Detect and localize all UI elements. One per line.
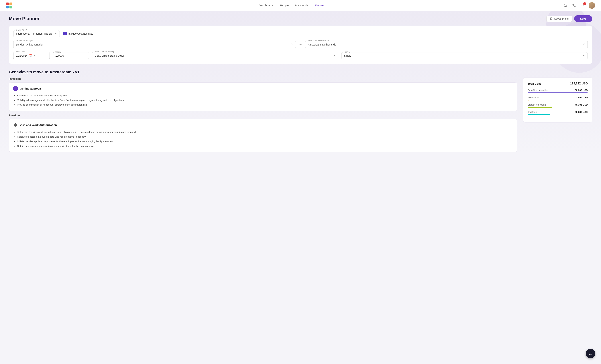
destination-field[interactable]: Search for a Destination * Amsterdam, Ne… (305, 41, 588, 48)
tax-bar (528, 114, 550, 115)
include-cost-row[interactable]: ✓ Include Cost Estimate (63, 32, 93, 35)
clear-date-button[interactable]: ✕ (33, 54, 36, 57)
visa-bullet-1: Determine the visa/work permit type to b… (17, 130, 513, 135)
cost-row-base: BaseCompensation 100,000 USD (528, 89, 588, 93)
cost-title: Total Cost (528, 82, 541, 85)
step-title-visa: Visa and Work Authorization (20, 123, 57, 127)
salary-label: Salary (55, 51, 62, 53)
step-card-getting-approval: Getting approval Request a cost estimate… (9, 82, 517, 111)
bullet-1: Request a cost estimate from the mobilit… (17, 93, 513, 98)
step-header-visa: Visa and Work Authorization (13, 123, 513, 127)
currency-field[interactable]: Search for a Currency USD, United States… (92, 52, 338, 59)
plan-body: Immediate Getting approval Request a cos… (9, 77, 592, 155)
allowances-value: 2,656 USD (576, 96, 588, 99)
destination-value: Amsterdam, Netherlands (308, 43, 336, 46)
base-label: BaseCompensation (528, 89, 548, 91)
currency-value: USD, United States Dollar (95, 54, 124, 57)
page-content: Move Planner Saved Plans Save Case Type … (0, 11, 601, 164)
origin-value: London, United Kingdom (16, 43, 44, 46)
svg-rect-2 (6, 6, 9, 8)
tax-value: 36,280 USD (575, 111, 588, 113)
step-header-getting-approval: Getting approval (13, 86, 513, 91)
svg-rect-0 (6, 2, 9, 5)
form-card: Case Type * International Permanent Tran… (9, 26, 592, 64)
origin-label: Search for a Origin * (15, 39, 35, 41)
cost-row-relocation: StartofRelocation 40,386 USD (528, 103, 588, 108)
saved-plans-label: Saved Plans (554, 17, 569, 20)
clear-origin-button[interactable]: ✕ (291, 43, 293, 46)
header-actions: Saved Plans Save (546, 15, 592, 22)
currency-label: Search for a Currency (94, 50, 115, 53)
allowances-label: Allowances (528, 96, 540, 99)
salary-value: 100000 (55, 54, 86, 57)
base-value: 100,000 USD (573, 89, 588, 91)
include-cost-label: Include Cost Estimate (69, 32, 93, 35)
calendar-icon: 📅 (29, 54, 32, 57)
cost-total: 179,322 USD (570, 82, 588, 85)
getting-approval-bullets: Request a cost estimate from the mobilit… (13, 93, 513, 107)
allowances-bar (528, 100, 530, 100)
navigation: Dashboards People My Workia Planner 2 (0, 0, 601, 11)
plan-left: Immediate Getting approval Request a cos… (9, 77, 517, 155)
step-card-visa: Visa and Work Authorization Determine th… (9, 119, 517, 152)
start-date-field[interactable]: Start Date 2/22/2024 📅 ✕ (13, 52, 50, 59)
visa-bullets: Determine the visa/work permit type to b… (13, 130, 513, 148)
bullet-2: Mobility will arrange a call with the 'f… (17, 98, 513, 103)
visa-icon (13, 123, 18, 127)
chat-icon (588, 351, 592, 355)
saved-plans-button[interactable]: Saved Plans (546, 16, 572, 22)
include-cost-checkbox[interactable]: ✓ (63, 32, 67, 35)
cost-row-tax: TaxCosts 36,280 USD (528, 111, 588, 115)
cost-header: Total Cost 179,322 USD (528, 82, 588, 85)
salary-field[interactable]: Salary 100000 (53, 52, 89, 59)
notification-count: 2 (583, 2, 586, 5)
save-button[interactable]: Save (574, 15, 592, 22)
chevron-down-icon: ▼ (55, 32, 57, 35)
cost-card: Total Cost 179,322 USD BaseCompensation … (523, 77, 592, 122)
page-header: Move Planner Saved Plans Save (9, 15, 592, 22)
nav-people[interactable]: People (280, 4, 289, 7)
visa-bullet-3: Initiate the visa application process fo… (17, 139, 513, 144)
plan-right: Total Cost 179,322 USD BaseCompensation … (523, 77, 592, 155)
form-row3: Start Date 2/22/2024 📅 ✕ Salary 100000 S… (13, 52, 588, 59)
nav-dashboards[interactable]: Dashboards (259, 4, 273, 7)
page-title: Move Planner (9, 16, 40, 21)
case-type-field[interactable]: Case Type * International Permanent Tran… (13, 30, 60, 37)
plan-title: Genevieve's move to Amsterdam - v1 (9, 70, 592, 74)
currency-field-inner: USD, United States Dollar ✕ (95, 54, 336, 57)
page-background: Move Planner Saved Plans Save Case Type … (0, 11, 601, 364)
nav-right: 2 (562, 2, 595, 9)
notification-button[interactable]: 2 (580, 2, 586, 8)
tax-label: TaxCosts (528, 111, 537, 113)
svg-point-5 (14, 124, 17, 127)
origin-field[interactable]: Search for a Origin * London, United Kin… (13, 41, 296, 48)
nav-myworkia[interactable]: My Workia (295, 4, 308, 7)
visa-bullet-2: Validate selected employee meets visa re… (17, 135, 513, 139)
family-label: Family (343, 51, 351, 53)
svg-point-4 (564, 4, 566, 6)
translate-button[interactable] (571, 2, 577, 8)
section-label-immediate: Immediate (9, 77, 517, 80)
clear-destination-button[interactable]: ✕ (583, 43, 585, 46)
cost-row-allowances: Allowances 2,656 USD (528, 96, 588, 100)
bullet-3: Provide confirmation of headcount approv… (17, 102, 513, 107)
clear-currency-button[interactable]: ✕ (333, 54, 336, 57)
bookmark-icon (550, 17, 553, 20)
start-date-label: Start Date (15, 50, 26, 53)
arrow-icon: → (299, 43, 302, 46)
search-button[interactable] (562, 2, 568, 8)
logo[interactable] (6, 2, 12, 9)
family-field[interactable]: Family Single ▼ (341, 52, 588, 59)
chat-button[interactable] (586, 349, 595, 358)
case-type-label: Case Type * (15, 29, 28, 31)
user-avatar[interactable] (589, 2, 595, 9)
visa-bullet-4: Obtain necessary work permits and author… (17, 144, 513, 148)
case-type-value: International Permanent Transfer ▼ (16, 32, 57, 35)
section-label-premove: Pre-Move (9, 114, 517, 117)
nav-links: Dashboards People My Workia Planner (21, 4, 562, 7)
nav-planner[interactable]: Planner (315, 4, 325, 7)
svg-rect-3 (10, 6, 12, 8)
origin-field-inner: London, United Kingdom ✕ (16, 43, 293, 46)
relocation-bar (528, 107, 552, 108)
getting-approval-icon (13, 86, 18, 91)
